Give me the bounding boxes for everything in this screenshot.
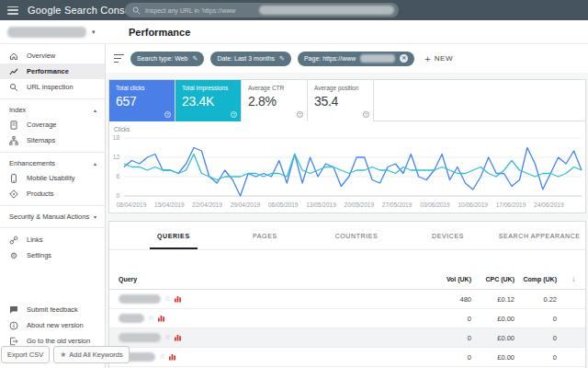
filter-chip-search-type[interactable]: Search type: Web ✎ bbox=[130, 52, 204, 66]
redacted-query bbox=[119, 294, 161, 304]
sidebar-item-label: Performance bbox=[27, 67, 69, 75]
property-selector[interactable]: ▾ bbox=[7, 26, 99, 39]
gear-icon: ⚙ bbox=[9, 251, 18, 260]
section-label: Security & Manual Actions bbox=[9, 213, 89, 221]
sidebar-section-enhancements[interactable]: Enhancements ▴ bbox=[0, 156, 105, 170]
table-header-row: Query Vol (UK) CPC (UK) Comp (UK) ↓ bbox=[109, 270, 585, 290]
google-search-console-app: Google Search Console Inspect any URL in… bbox=[0, 0, 588, 368]
tab-devices[interactable]: DEVICES bbox=[402, 222, 494, 249]
sidebar-item-about-new-version[interactable]: About new version bbox=[0, 317, 105, 333]
favorite-star-icon[interactable]: ☆ bbox=[159, 353, 165, 361]
add-all-keywords-button[interactable]: ★ Add All Keywords bbox=[53, 346, 130, 363]
export-csv-label: Export CSV bbox=[7, 351, 43, 359]
sidebar-section-security-manual-actions[interactable]: Security & Manual Actions ▾ bbox=[0, 210, 105, 224]
table-row[interactable]: ☆ 0 £0.00 0 bbox=[109, 328, 585, 348]
smartphone-icon bbox=[9, 174, 18, 183]
sidebar-item-label: About new version bbox=[27, 321, 84, 329]
search-icon bbox=[132, 6, 141, 15]
sidebar-nav: Overview Performance URL inspection Inde… bbox=[0, 44, 106, 368]
metric-card-average-ctr[interactable]: Average CTR 2.8% ? bbox=[242, 80, 308, 121]
sidebar-item-performance[interactable]: Performance bbox=[0, 63, 105, 79]
help-icon[interactable]: ? bbox=[363, 111, 369, 118]
tab-pages[interactable]: PAGES bbox=[220, 222, 311, 249]
tab-queries[interactable]: QUERIES bbox=[128, 222, 220, 249]
filter-chip-page[interactable]: Page: https://www ✕ bbox=[298, 52, 414, 66]
redacted-query bbox=[119, 314, 144, 323]
new-filter-button[interactable]: + NEW bbox=[424, 53, 453, 64]
divider bbox=[0, 205, 105, 206]
cell-comp: 0 bbox=[516, 334, 559, 342]
favorite-star-icon[interactable]: ☆ bbox=[148, 315, 154, 322]
divider bbox=[0, 152, 105, 153]
chevron-down-icon: ▾ bbox=[92, 29, 96, 36]
remove-circle-icon[interactable]: ✕ bbox=[400, 54, 408, 63]
menu-icon[interactable] bbox=[7, 6, 18, 15]
metric-card-average-position[interactable]: Average position 35.4 ? bbox=[308, 80, 374, 121]
table-row[interactable]: ☆ 0 £0.00 0 bbox=[109, 348, 585, 367]
sort-arrow-down-icon[interactable]: ↓ bbox=[559, 275, 585, 283]
x-axis-tick-label: 29/04/2019 bbox=[231, 201, 261, 208]
sidebar-item-submit-feedback[interactable]: Submit feedback bbox=[0, 302, 105, 317]
sidebar-item-mobile-usability[interactable]: Mobile Usability bbox=[0, 170, 105, 186]
table-row[interactable]: ☆ 480 £0.12 0.22 bbox=[109, 290, 585, 309]
sidebar-item-coverage[interactable]: Coverage bbox=[0, 117, 105, 132]
sidebar-item-overview[interactable]: Overview bbox=[0, 48, 105, 63]
favorite-star-icon[interactable]: ☆ bbox=[164, 334, 171, 341]
metric-card-total-clicks[interactable]: Total clicks 657 ? bbox=[109, 80, 175, 121]
table-row[interactable]: ☆ 0 £0.00 0 bbox=[109, 309, 585, 328]
metric-card-total-impressions[interactable]: Total impressions 23.4K ? bbox=[175, 80, 242, 121]
help-icon[interactable]: ? bbox=[297, 111, 303, 118]
plus-icon: + bbox=[424, 53, 430, 64]
home-icon bbox=[9, 52, 18, 61]
column-header-vol[interactable]: Vol (UK) bbox=[418, 276, 473, 282]
column-header-comp[interactable]: Comp (UK) bbox=[516, 276, 559, 282]
sidebar-item-products[interactable]: Products bbox=[0, 186, 105, 201]
favorite-star-icon[interactable]: ☆ bbox=[164, 295, 171, 303]
cell-cpc: £0.12 bbox=[473, 295, 516, 304]
filter-tune-icon[interactable] bbox=[114, 54, 124, 63]
chevron-up-icon: ▴ bbox=[94, 160, 96, 167]
products-tag-icon bbox=[9, 190, 18, 199]
tab-countries[interactable]: COUNTRIES bbox=[311, 222, 402, 249]
sidebar-item-label: Links bbox=[27, 236, 43, 244]
redacted-page-url bbox=[360, 54, 395, 63]
x-axis-tick-label: 17/06/2019 bbox=[496, 201, 526, 208]
export-csv-button[interactable]: Export CSV bbox=[1, 346, 50, 363]
x-axis-tick-label: 20/05/2019 bbox=[345, 201, 375, 208]
column-header-cpc[interactable]: CPC (UK) bbox=[473, 276, 516, 282]
cell-comp: 0.22 bbox=[516, 295, 559, 304]
x-axis-tick-label: 24/06/2019 bbox=[534, 201, 564, 208]
filter-chip-date-range[interactable]: Date: Last 3 months ✎ bbox=[210, 52, 291, 66]
help-icon[interactable]: ? bbox=[231, 111, 237, 118]
cell-vol: 0 bbox=[418, 315, 473, 323]
metric-label: Total impressions bbox=[182, 85, 241, 91]
sidebar-item-label: Products bbox=[27, 190, 54, 198]
cell-vol: 0 bbox=[418, 334, 473, 342]
chip-label: Date: Last 3 months bbox=[217, 55, 275, 62]
sidebar-item-sitemaps[interactable]: Sitemaps bbox=[0, 132, 105, 148]
sidebar-section-index[interactable]: Index ▴ bbox=[0, 103, 105, 117]
filter-bar: Search type: Web ✎ Date: Last 3 months ✎… bbox=[106, 44, 588, 73]
help-icon[interactable]: ? bbox=[164, 111, 171, 118]
info-icon bbox=[9, 321, 18, 330]
coverage-page-icon bbox=[9, 121, 18, 130]
sidebar-item-settings[interactable]: ⚙ Settings bbox=[0, 247, 105, 263]
tab-search-appearance[interactable]: SEARCH APPEARANCE bbox=[493, 222, 585, 249]
column-header-query[interactable]: Query bbox=[109, 276, 418, 282]
chevron-up-icon: ▴ bbox=[94, 107, 96, 113]
redacted-property-name bbox=[7, 27, 86, 38]
metric-label: Average CTR bbox=[248, 85, 307, 91]
sidebar-item-links[interactable]: Links bbox=[0, 232, 105, 247]
x-axis-tick-label: 27/05/2019 bbox=[382, 201, 413, 208]
redacted-url-text bbox=[259, 6, 394, 15]
sidebar-item-url-inspection[interactable]: URL inspection bbox=[0, 79, 105, 95]
url-inspect-search-input[interactable]: Inspect any URL in 'https://www bbox=[125, 3, 399, 17]
sidebar-item-label: Overview bbox=[27, 52, 55, 60]
tab-label: PAGES bbox=[253, 233, 277, 239]
dimension-tabs: QUERIES PAGES COUNTRIES DEVICES SEARCH A… bbox=[109, 222, 585, 250]
chip-label: Page: https://www bbox=[304, 55, 356, 62]
edit-pencil-icon: ✎ bbox=[193, 55, 198, 63]
section-label: Index bbox=[9, 106, 26, 114]
redacted-query bbox=[119, 333, 161, 342]
metric-label: Average position bbox=[314, 85, 373, 91]
